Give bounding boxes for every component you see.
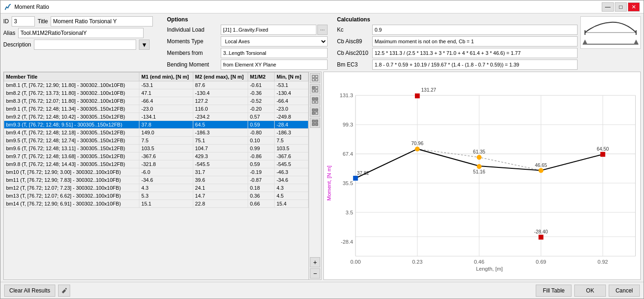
kc-input[interactable]: [372, 25, 578, 35]
chart-point-5: [600, 152, 605, 157]
bending-moment-input[interactable]: [221, 60, 328, 70]
table-cell: 149.0: [139, 129, 193, 137]
toolbar-btn-3[interactable]: [310, 95, 320, 106]
table-row[interactable]: bm9.5 (T, [76.72; 12.48; 12.74] - 300305…: [4, 137, 309, 145]
ok-button[interactable]: OK: [574, 285, 605, 297]
table-cell: -545.5: [275, 160, 309, 168]
zoom-out-button[interactable]: −: [310, 268, 320, 279]
svg-rect-15: [315, 98, 318, 100]
table-cell: -321.8: [139, 160, 193, 168]
table-row[interactable]: bm9.8 (T, [76.72; 12.48; 14.43] - 300305…: [4, 160, 309, 168]
chart-point-3: [477, 164, 481, 169]
id-label: ID: [3, 18, 9, 25]
individual-load-input[interactable]: [221, 25, 316, 35]
table-cell: -130.4: [275, 89, 309, 97]
minimize-button[interactable]: —: [602, 2, 614, 12]
table-cell: 31.7: [193, 168, 248, 176]
table-cell: 103.5: [139, 145, 193, 153]
svg-text:46.65: 46.65: [535, 163, 547, 168]
table-row[interactable]: bm9.7 (T, [76.72; 12.48; 13.68] - 300305…: [4, 153, 309, 160]
svg-rect-26: [324, 81, 640, 271]
close-button[interactable]: ✕: [628, 2, 640, 12]
table-cell: -0.36: [248, 89, 274, 97]
fill-table-button[interactable]: Fill Table: [536, 285, 572, 297]
edit-button[interactable]: [58, 285, 70, 297]
svg-text:61.35: 61.35: [473, 149, 485, 154]
moments-type-label: Moments Type: [167, 38, 218, 45]
table-cell: -186.3: [275, 129, 309, 137]
svg-rect-17: [315, 101, 318, 103]
table-row[interactable]: bm9.1 (T, [76.72; 12.48; 11.34] - 300305…: [4, 105, 309, 113]
table-cell: 14.7: [193, 192, 248, 200]
svg-rect-10: [312, 86, 315, 89]
table-row[interactable]: bm9.6 (T, [76.72; 12.48; 13.11] - 300305…: [4, 145, 309, 153]
table-cell: 0.99: [248, 145, 274, 153]
main-window: Moment Ratio — □ ✕ ID Title Alias: [0, 0, 644, 299]
chart-point-1: [415, 146, 420, 151]
table-row[interactable]: bm9.2 (T, [76.72; 12.48; 10.42] - 300305…: [4, 113, 309, 121]
col-m1: M1 (end min), [N m]: [139, 73, 193, 81]
title-label: Title: [38, 18, 48, 25]
title-input[interactable]: [51, 16, 153, 27]
table-cell: -134.1: [139, 113, 193, 121]
table-cell: 22.8: [193, 200, 248, 208]
toolbar-btn-4[interactable]: [310, 106, 320, 117]
table-cell: 0.57: [248, 113, 274, 121]
chart-section: Moment, [N m]: [323, 72, 641, 280]
svg-text:-28.40: -28.40: [534, 229, 548, 234]
table-row[interactable]: bm8.2 (T, [76.72; 13.73; 11.80] - 300302…: [4, 89, 309, 97]
desc-input[interactable]: [34, 40, 136, 50]
desc-label: Description: [3, 41, 31, 48]
table-cell: 0.59: [248, 121, 274, 129]
table-row[interactable]: bm12 (T, [76.72; 12.07; 7.23] - 300302..…: [4, 184, 309, 192]
options-section: Options Individual Load ⋯ Moments Type L…: [167, 16, 328, 70]
table-section: Member Title M1 (end min), [N m] M2 (end…: [3, 72, 322, 280]
table-cell: bm9.4 (T, [76.72; 12.48; 12.18] - 300305…: [4, 129, 139, 137]
table-cell: 4.3: [139, 184, 193, 192]
cancel-button[interactable]: Cancel: [609, 285, 640, 297]
maximize-button[interactable]: □: [615, 2, 627, 12]
chart-point-4: [539, 168, 543, 173]
id-input[interactable]: [12, 16, 35, 27]
side-toolbar: + −: [309, 72, 322, 280]
moment-chart: Moment, [N m]: [324, 72, 640, 279]
table-row[interactable]: bm9.4 (T, [76.72; 12.48; 12.18] - 300305…: [4, 129, 309, 137]
table-cell: -66.4: [139, 97, 193, 105]
svg-marker-3: [583, 40, 587, 44]
table-cell: -66.4: [275, 97, 309, 105]
desc-row: Description ▼: [3, 40, 153, 50]
table-cell: 0.10: [248, 137, 274, 145]
table-row[interactable]: bm9.3 (T, [76.72; 12.48; 9.51] - 300305.…: [4, 121, 309, 129]
svg-rect-25: [315, 123, 318, 126]
table-cell: bm10 (T, [76.72; 12.90; 3.00] - 300302..…: [4, 168, 139, 176]
table-row[interactable]: bm10 (T, [76.72; 12.90; 3.00] - 300302..…: [4, 168, 309, 176]
table-row[interactable]: bm8.1 (T, [76.72; 12.90; 11.80] - 300302…: [4, 81, 309, 89]
svg-rect-9: [315, 79, 318, 81]
table-cell: 47.1: [139, 89, 193, 97]
svg-rect-18: [312, 109, 315, 111]
alias-input[interactable]: [18, 28, 144, 38]
svg-text:Moment, [N m]: Moment, [N m]: [326, 166, 332, 201]
members-from-input[interactable]: [221, 48, 328, 58]
table-row[interactable]: bm8.3 (T, [76.72; 12.07; 11.80] - 300302…: [4, 97, 309, 105]
zoom-in-button[interactable]: +: [310, 257, 320, 267]
table-row[interactable]: bm13 (T, [76.72; 12.07; 6.62] - 300302..…: [4, 192, 309, 200]
toolbar-btn-1[interactable]: [310, 73, 320, 83]
desc-dropdown-button[interactable]: ▼: [139, 40, 150, 50]
clear-all-button[interactable]: Clear All Results: [4, 285, 55, 297]
table-row[interactable]: bm14 (T, [76.72; 12.90; 6.91] - 300302..…: [4, 200, 309, 208]
svg-text:0.69: 0.69: [536, 259, 546, 265]
toolbar-btn-5[interactable]: [310, 118, 320, 128]
chart-point-2: [477, 155, 481, 159]
moments-type-select[interactable]: Local Axes: [221, 36, 328, 47]
table-cell: 7.5: [139, 137, 193, 145]
table-cell: 116.0: [193, 105, 248, 113]
table-cell: bm9.5 (T, [76.72; 12.48; 12.74] - 300305…: [4, 137, 139, 145]
chart-point-max: [415, 93, 420, 98]
cb-aisc89-input: [372, 36, 578, 47]
individual-load-button[interactable]: ⋯: [317, 25, 328, 35]
toolbar-btn-2[interactable]: [310, 84, 320, 94]
table-cell: bm8.3 (T, [76.72; 12.07; 11.80] - 300302…: [4, 97, 139, 105]
table-row[interactable]: bm11 (T, [76.72; 12.90; 7.83] - 300302..…: [4, 176, 309, 184]
table-scroll-area[interactable]: Member Title M1 (end min), [N m] M2 (end…: [3, 72, 309, 280]
